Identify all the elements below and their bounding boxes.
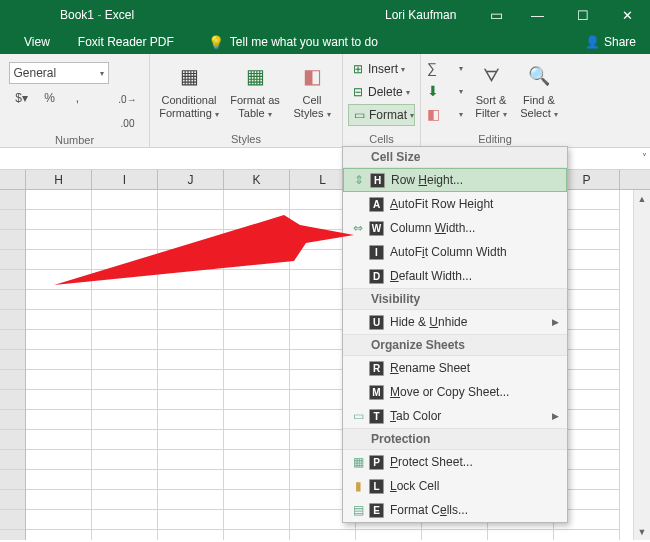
cell[interactable] (92, 490, 158, 510)
cell[interactable] (158, 310, 224, 330)
cell[interactable] (158, 530, 224, 540)
cell[interactable] (92, 450, 158, 470)
cell[interactable] (224, 490, 290, 510)
vertical-scrollbar[interactable]: ▲ ▼ (633, 190, 650, 540)
cell[interactable] (224, 330, 290, 350)
menu-item-protect-sheet[interactable]: ▦ P Protect Sheet... (343, 450, 567, 474)
tell-me-search[interactable]: 💡 Tell me what you want to do (208, 35, 378, 50)
percent-format-button[interactable]: % (37, 87, 63, 109)
cell[interactable] (224, 530, 290, 540)
menu-item-tab-color[interactable]: ▭ T Tab Color ▶ (343, 404, 567, 428)
fill-button[interactable]: ⬇▾ (427, 81, 463, 101)
cell[interactable] (158, 190, 224, 210)
row-header[interactable] (0, 310, 26, 330)
menu-item-lock-cell[interactable]: ▮ L Lock Cell (343, 474, 567, 498)
cell[interactable] (158, 250, 224, 270)
number-format-combo[interactable]: General▾ (9, 62, 109, 84)
cell[interactable] (224, 430, 290, 450)
row-header[interactable] (0, 410, 26, 430)
cell[interactable] (92, 230, 158, 250)
cell[interactable] (92, 470, 158, 490)
cell[interactable] (92, 310, 158, 330)
row-header[interactable] (0, 230, 26, 250)
cell[interactable] (158, 430, 224, 450)
cell[interactable] (92, 190, 158, 210)
minimize-button[interactable]: — (515, 0, 560, 30)
row-header[interactable] (0, 330, 26, 350)
row-header[interactable] (0, 350, 26, 370)
conditional-formatting-button[interactable]: ▦ Conditional Formatting ▾ (156, 58, 222, 119)
cell[interactable] (26, 230, 92, 250)
row-header[interactable] (0, 450, 26, 470)
col-header[interactable]: K (224, 170, 290, 189)
expand-formula-bar-icon[interactable]: ˅ (642, 152, 647, 163)
cell[interactable] (26, 270, 92, 290)
select-all-corner[interactable] (0, 170, 26, 189)
cell[interactable] (290, 530, 356, 540)
tab-foxit[interactable]: Foxit Reader PDF (78, 35, 174, 49)
cell[interactable] (158, 510, 224, 530)
share-button[interactable]: 👤 Share (585, 35, 636, 49)
cell[interactable] (224, 350, 290, 370)
cell[interactable] (26, 490, 92, 510)
row-header[interactable] (0, 270, 26, 290)
increase-decimal-button[interactable]: .0→ (115, 88, 141, 110)
cell[interactable] (224, 190, 290, 210)
cell[interactable] (26, 330, 92, 350)
cell[interactable] (92, 390, 158, 410)
decrease-decimal-button[interactable]: .00 (115, 112, 141, 134)
ribbon-display-options-icon[interactable]: ▭ (490, 7, 503, 23)
row-header[interactable] (0, 510, 26, 530)
cell[interactable] (224, 250, 290, 270)
row-header[interactable] (0, 210, 26, 230)
clear-button[interactable]: ◧▾ (427, 104, 463, 124)
cell[interactable] (92, 430, 158, 450)
cell[interactable] (488, 530, 554, 540)
row-header[interactable] (0, 190, 26, 210)
menu-item-default-width[interactable]: D Default Width... (343, 264, 567, 288)
cell[interactable] (224, 230, 290, 250)
insert-cells-button[interactable]: ⊞Insert▾ (348, 58, 415, 80)
cell[interactable] (26, 190, 92, 210)
cell[interactable] (158, 210, 224, 230)
format-cells-button[interactable]: ▭Format▾ (348, 104, 415, 126)
cell[interactable] (26, 370, 92, 390)
menu-item-format-cells[interactable]: ▤ E Format Cells... (343, 498, 567, 522)
cell[interactable] (26, 350, 92, 370)
cell[interactable] (26, 470, 92, 490)
cell[interactable] (158, 450, 224, 470)
cell[interactable] (92, 290, 158, 310)
cell[interactable] (158, 290, 224, 310)
cell[interactable] (92, 210, 158, 230)
cell[interactable] (92, 370, 158, 390)
row-header[interactable] (0, 290, 26, 310)
cell[interactable] (92, 270, 158, 290)
cell[interactable] (158, 270, 224, 290)
cell[interactable] (356, 530, 422, 540)
cell[interactable] (26, 290, 92, 310)
cell[interactable] (554, 530, 620, 540)
cell[interactable] (224, 290, 290, 310)
menu-item-row-height[interactable]: ⇕ H Row Height... (343, 168, 567, 192)
row-header[interactable] (0, 370, 26, 390)
maximize-button[interactable]: ☐ (560, 0, 605, 30)
cell[interactable] (26, 510, 92, 530)
menu-item-move-copy-sheet[interactable]: M Move or Copy Sheet... (343, 380, 567, 404)
scroll-down-icon[interactable]: ▼ (634, 523, 650, 540)
cell[interactable] (224, 450, 290, 470)
cell[interactable] (158, 350, 224, 370)
cell[interactable] (26, 310, 92, 330)
close-button[interactable]: ✕ (605, 0, 650, 30)
cell[interactable] (26, 390, 92, 410)
cell[interactable] (158, 410, 224, 430)
cell[interactable] (158, 370, 224, 390)
autosum-button[interactable]: ∑▾ (427, 58, 463, 78)
cell[interactable] (158, 490, 224, 510)
accounting-format-button[interactable]: $▾ (9, 87, 35, 109)
cell[interactable] (158, 390, 224, 410)
menu-item-rename-sheet[interactable]: R Rename Sheet (343, 356, 567, 380)
cell[interactable] (26, 410, 92, 430)
tab-view[interactable]: View (24, 35, 50, 49)
cell[interactable] (422, 530, 488, 540)
cell[interactable] (158, 230, 224, 250)
